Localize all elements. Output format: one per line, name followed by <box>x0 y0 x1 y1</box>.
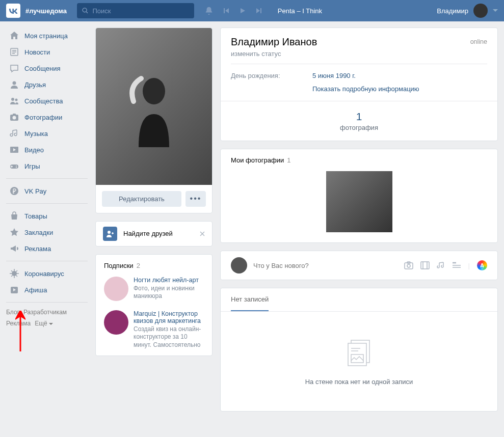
edit-button[interactable]: Редактировать <box>102 191 181 207</box>
profile-info-card: Владимир Иванов изменить статус online Д… <box>220 28 498 141</box>
footer-developers[interactable]: Разработчикам <box>23 309 67 316</box>
photos-title[interactable]: Мои фотографии <box>231 156 284 164</box>
sidebar-item-ads[interactable]: Реклама <box>6 240 88 257</box>
footer-ads[interactable]: Реклама <box>6 320 31 327</box>
subscription-avatar <box>104 310 128 335</box>
messages-icon <box>9 63 19 73</box>
sidebar-item-virus[interactable]: Коронавирус <box>6 265 88 282</box>
music-icon[interactable] <box>437 261 445 269</box>
photos-counter[interactable]: 1 фотография <box>221 101 497 141</box>
photo-thumbnail[interactable] <box>326 171 392 232</box>
sidebar-item-label: Новости <box>24 48 50 56</box>
profile-photo-card: Редактировать ••• <box>95 28 213 213</box>
nav-group-2: VK Pay <box>6 183 88 199</box>
bookmarks-icon <box>9 227 19 237</box>
nav-group-4: КоронавирусАфиша <box>6 265 88 298</box>
sidebar-item-label: Музыка <box>24 130 48 138</box>
sidebar-item-label: Товары <box>24 212 47 220</box>
subscriptions-title[interactable]: Подписки <box>104 262 134 269</box>
find-friends-card[interactable]: Найдите друзей <box>95 221 213 247</box>
player-next-icon[interactable] <box>255 7 262 14</box>
wall-tab[interactable]: Нет записей <box>231 288 269 311</box>
sidebar-item-label: Коронавирус <box>24 270 64 278</box>
sidebar-item-market[interactable]: Товары <box>6 208 88 224</box>
sidebar-item-label: Закладки <box>24 229 53 236</box>
header-avatar[interactable] <box>473 4 488 18</box>
close-icon[interactable] <box>200 231 205 236</box>
video-icon[interactable] <box>420 261 430 269</box>
sidebar-item-label: Афиша <box>24 286 47 294</box>
profile-photo[interactable] <box>96 28 212 185</box>
subscriptions-count: 2 <box>137 262 140 269</box>
sidebar-item-home[interactable]: Моя страница <box>6 28 88 44</box>
footer-blog[interactable]: Блог <box>6 309 19 316</box>
vk-logo[interactable] <box>6 4 20 18</box>
footer-more[interactable]: Ещё <box>35 320 53 327</box>
subscription-item[interactable]: Ногти любят нейл-артФото, идеи и новинки… <box>96 274 212 307</box>
assistant-icon[interactable]: A <box>477 260 487 270</box>
svg-point-8 <box>15 99 18 101</box>
friends-icon <box>9 79 19 90</box>
nav-group-3: ТоварыЗакладкиРеклама <box>6 208 88 257</box>
sidebar-item-messages[interactable]: Сообщения <box>6 60 88 76</box>
svg-rect-29 <box>405 263 413 269</box>
player-play-icon[interactable] <box>239 7 246 14</box>
empty-wall-text: На стене пока нет ни одной записи <box>231 378 487 386</box>
notifications-icon[interactable] <box>204 6 214 15</box>
more-button[interactable]: ••• <box>185 191 206 207</box>
svg-point-10 <box>13 116 16 120</box>
sidebar-item-bookmarks[interactable]: Закладки <box>6 224 88 240</box>
svg-line-1 <box>86 12 88 13</box>
camera-icon[interactable] <box>404 261 413 269</box>
composer-avatar <box>231 257 247 274</box>
sidebar-item-label: Моя страница <box>24 32 68 40</box>
pay-icon <box>9 186 19 196</box>
add-friend-icon <box>103 227 117 241</box>
subscription-item[interactable]: Marquiz | Конструктор квизов для маркети… <box>96 307 212 356</box>
sidebar-item-video[interactable]: Видео <box>6 142 88 158</box>
online-status: online <box>470 38 487 45</box>
sidebar-item-pay[interactable]: VK Pay <box>6 183 88 199</box>
find-friends-label: Найдите друзей <box>123 230 194 237</box>
video-icon <box>9 145 19 155</box>
subscription-title: Ногти любят нейл-арт <box>134 277 204 284</box>
article-icon[interactable] <box>452 262 461 269</box>
player-track[interactable]: Penta – I Think <box>278 7 322 15</box>
sidebar-item-photos[interactable]: Фотографии <box>6 109 88 125</box>
sidebar-item-label: Сообщения <box>24 65 61 72</box>
svg-point-0 <box>83 8 87 12</box>
post-input[interactable] <box>253 262 398 269</box>
sidebar-item-groups[interactable]: Сообщества <box>6 93 88 109</box>
groups-icon <box>9 96 19 106</box>
status-link[interactable]: изменить статус <box>231 50 487 58</box>
header-hashtag[interactable]: #лучшедома <box>25 7 67 15</box>
nav-group-1: Моя страницаНовостиСообщенияДрузьяСообще… <box>6 28 88 174</box>
header-username[interactable]: Владимир <box>437 7 468 15</box>
more-info-link[interactable]: Показать подробную информацию <box>312 81 419 93</box>
player-prev-icon[interactable] <box>223 7 230 14</box>
events-icon <box>9 285 19 295</box>
sidebar-item-events[interactable]: Афиша <box>6 282 88 298</box>
sidebar-item-news[interactable]: Новости <box>6 44 88 60</box>
search-input[interactable] <box>92 7 189 15</box>
svg-point-7 <box>11 98 14 101</box>
subscriptions-list: Ногти любят нейл-артФото, идеи и новинки… <box>96 274 212 356</box>
my-photos-card: Мои фотографии 1 <box>220 149 498 243</box>
sidebar-item-label: Фотографии <box>24 114 62 121</box>
birthday-value[interactable]: 5 июня 1990 г. <box>312 72 356 79</box>
sidebar-item-music[interactable]: Музыка <box>6 125 88 142</box>
photos-count: 1 <box>287 156 290 164</box>
subscription-desc: Создай квиз на онлайн-конструкторе за 10… <box>134 325 204 349</box>
sidebar-item-label: VK Pay <box>24 187 46 195</box>
svg-line-23 <box>16 276 18 277</box>
sidebar-item-friends[interactable]: Друзья <box>6 76 88 93</box>
search-box[interactable] <box>77 3 194 18</box>
chevron-down-icon[interactable] <box>493 9 498 12</box>
market-icon <box>9 211 19 221</box>
home-icon <box>9 31 19 41</box>
svg-point-15 <box>16 167 17 168</box>
virus-icon <box>9 268 19 279</box>
svg-line-22 <box>11 270 13 272</box>
sidebar-item-games[interactable]: Игры <box>6 158 88 174</box>
subscription-avatar <box>104 277 128 301</box>
